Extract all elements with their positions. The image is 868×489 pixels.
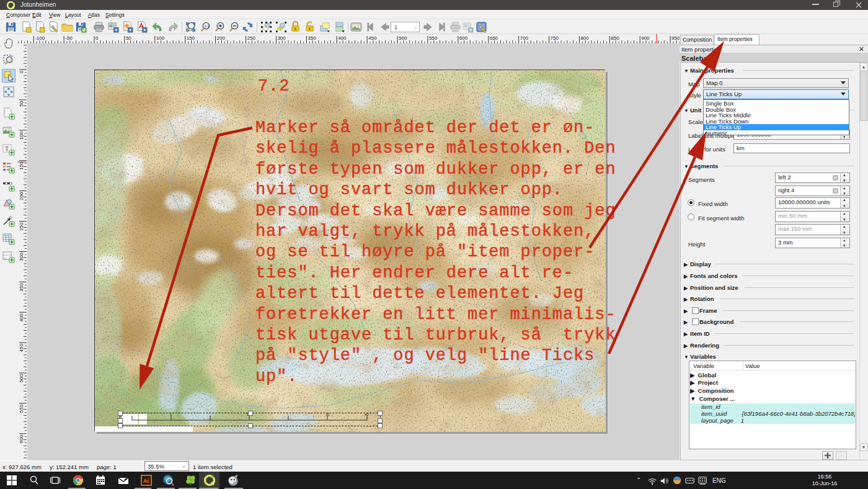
svg-text:600: 600 (459, 35, 468, 41)
svg-text:30: 30 (326, 413, 330, 416)
svg-text:500: 500 (19, 374, 24, 382)
svg-text:100: 100 (156, 35, 165, 41)
svg-text:150: 150 (19, 161, 24, 170)
svg-text:-100: -100 (35, 35, 45, 41)
svg-text:200: 200 (19, 192, 24, 200)
svg-text:300: 300 (19, 253, 24, 261)
svg-text:</>: </> (4, 253, 11, 258)
svg-text:250: 250 (247, 35, 256, 41)
svg-text:1:1: 1:1 (205, 24, 210, 28)
svg-text:450: 450 (368, 35, 377, 41)
svg-text:50: 50 (126, 35, 131, 41)
svg-text:40: 40 (365, 413, 369, 416)
svg-text:950: 950 (671, 35, 680, 41)
svg-text:850: 850 (611, 35, 619, 41)
svg-text:350: 350 (308, 35, 316, 41)
svg-text:150: 150 (187, 35, 195, 41)
svg-text:T: T (5, 145, 9, 152)
svg-text:700: 700 (520, 35, 529, 41)
svg-text:1: 1 (170, 413, 172, 416)
svg-text:900: 900 (641, 35, 650, 41)
svg-text:500: 500 (399, 35, 407, 41)
svg-text:400: 400 (338, 35, 347, 41)
svg-text:800: 800 (580, 35, 589, 41)
svg-text:250: 250 (19, 222, 24, 231)
svg-text:300: 300 (277, 35, 286, 41)
svg-text:-50: -50 (65, 35, 73, 41)
svg-text:550: 550 (429, 35, 438, 41)
svg-text:200: 200 (217, 35, 226, 41)
svg-text:50: 50 (19, 101, 24, 106)
svg-text:100: 100 (19, 131, 24, 140)
svg-text:600: 600 (19, 434, 24, 443)
svg-text:550: 550 (19, 404, 24, 413)
svg-text:650: 650 (490, 35, 498, 41)
svg-text:750: 750 (551, 35, 559, 41)
svg-text:350: 350 (19, 283, 24, 292)
svg-text:0: 0 (19, 70, 24, 73)
svg-text:450: 450 (19, 344, 24, 352)
svg-text:400: 400 (19, 313, 24, 322)
svg-text:Ai: Ai (143, 478, 149, 484)
svg-text:0: 0 (95, 35, 99, 41)
